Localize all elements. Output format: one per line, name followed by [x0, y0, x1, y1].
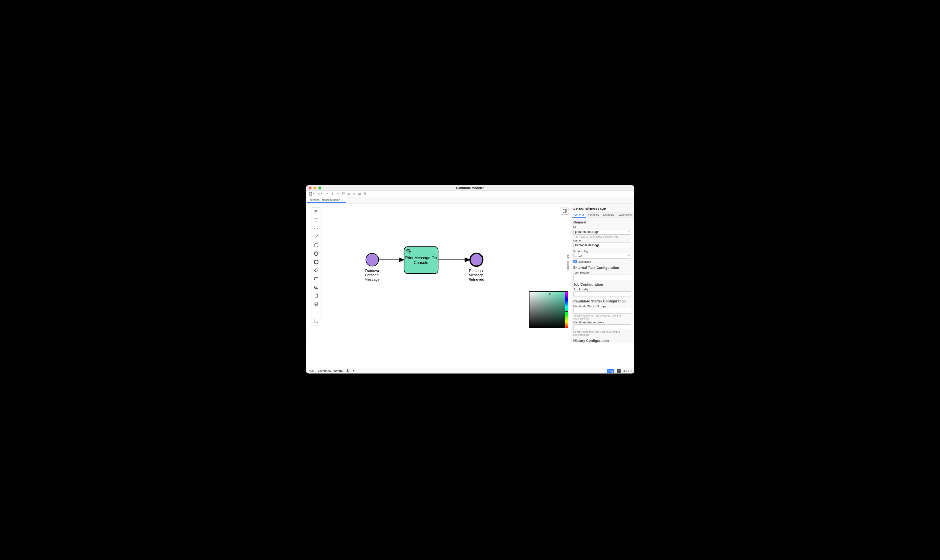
svg-rect-0	[310, 192, 311, 195]
message-icon[interactable]: !	[617, 369, 621, 373]
svg-rect-9	[337, 193, 339, 194]
statusbar: XML Camunda Platform Log ! 4.11.0	[306, 368, 634, 374]
svg-rect-19	[354, 194, 355, 195]
label-name: Name	[573, 239, 631, 242]
color-field-cursor[interactable]	[549, 293, 551, 295]
file-tabstrip: personal_message.bpmn ○	[306, 197, 634, 203]
svg-rect-4	[326, 194, 327, 195]
statusbar-log-button[interactable]: Log	[607, 369, 615, 373]
align-left-button[interactable]	[324, 191, 330, 197]
distribute-v-button[interactable]	[362, 191, 368, 197]
clear-icon[interactable]: ✕	[627, 254, 630, 257]
start-event-label: Retrieve Personal Message	[362, 268, 382, 282]
section-job: Job Configuration	[573, 283, 631, 286]
titlebar: Camunda Modeler	[306, 185, 634, 191]
file-tab-label: personal_message.bpmn	[310, 198, 341, 201]
align-center-h-button[interactable]	[330, 191, 335, 197]
input-name[interactable]: Personal Message	[573, 243, 631, 248]
statusbar-version: 4.11.0	[623, 369, 632, 373]
section-external: External Task Configuration	[573, 266, 631, 270]
svg-rect-3	[326, 193, 328, 194]
canvas[interactable]: Properties Panel	[307, 203, 570, 343]
input-version[interactable]	[573, 253, 631, 258]
label-executable: Executable	[578, 260, 591, 263]
window-close-button[interactable]	[308, 186, 311, 189]
properties-tabs: General Variables Listeners Extensions	[571, 212, 634, 218]
tab-extensions[interactable]: Extensions	[616, 212, 633, 218]
svg-rect-25	[364, 195, 366, 195]
statusbar-platform[interactable]: Camunda Platform	[318, 369, 343, 373]
checkbox-executable-row[interactable]: Executable	[573, 260, 631, 263]
color-field[interactable]	[530, 292, 565, 328]
task-label: Print Message On Console	[405, 255, 437, 265]
label-version: Version Tag	[573, 250, 631, 252]
input-starter-groups[interactable]	[573, 308, 631, 314]
svg-rect-22	[361, 193, 361, 195]
download-icon[interactable]	[346, 369, 349, 373]
section-history: History Configuration	[573, 339, 631, 343]
new-file-button[interactable]	[308, 191, 313, 197]
align-bottom-button[interactable]	[351, 191, 357, 197]
svg-rect-13	[344, 193, 344, 194]
properties-panel: personal-message General Variables Liste…	[571, 203, 634, 343]
svg-rect-18	[353, 194, 354, 195]
hue-slider-thumb[interactable]	[565, 311, 568, 312]
start-event[interactable]	[366, 253, 379, 266]
align-top-button[interactable]	[341, 191, 346, 197]
distribute-h-button[interactable]	[357, 191, 362, 197]
app-window: Camunda Modeler ▾ ▾ personal_message.bpm…	[306, 185, 634, 374]
section-general: General	[573, 220, 631, 224]
help-starter-groups: Specify more than one group as a comma s…	[573, 314, 631, 320]
new-file-dropdown-icon[interactable]: ▾	[313, 193, 314, 195]
svg-rect-21	[359, 193, 360, 195]
file-tab[interactable]: personal_message.bpmn ○	[307, 197, 346, 203]
deploy-button[interactable]	[316, 191, 322, 197]
hue-slider[interactable]	[565, 292, 568, 328]
end-event[interactable]	[470, 253, 483, 266]
checkbox-executable[interactable]	[573, 260, 576, 263]
label-starter-groups: Candidate Starter Groups	[573, 305, 631, 308]
bottom-spacer	[306, 343, 634, 368]
window-title: Camunda Modeler	[306, 186, 634, 190]
clear-icon[interactable]: ✕	[627, 230, 630, 233]
svg-rect-20	[358, 193, 359, 195]
label-task-priority: Task Priority	[573, 271, 631, 274]
play-icon[interactable]	[353, 369, 355, 373]
svg-rect-10	[338, 194, 339, 195]
align-right-button[interactable]	[335, 191, 341, 197]
input-task-priority[interactable]	[573, 275, 631, 280]
svg-rect-24	[364, 194, 366, 194]
input-job-priority[interactable]	[573, 291, 631, 297]
end-event-label: Personal Message Retrieved	[467, 268, 486, 282]
deploy-dropdown-icon[interactable]: ▾	[321, 193, 322, 195]
section-candidate: Candidate Starter Configuration	[573, 299, 631, 303]
close-icon[interactable]: ○	[342, 198, 344, 202]
properties-title: personal-message	[571, 204, 634, 212]
tab-general[interactable]: General	[572, 212, 586, 218]
input-starter-users[interactable]	[573, 325, 631, 330]
svg-rect-12	[342, 193, 343, 194]
input-id[interactable]	[573, 229, 631, 235]
tab-listeners[interactable]: Listeners	[601, 212, 616, 218]
svg-point-1	[319, 193, 319, 193]
align-center-v-button[interactable]	[346, 191, 351, 197]
toolbar: ▾ ▾	[306, 191, 634, 197]
svg-rect-23	[364, 193, 366, 193]
window-zoom-button[interactable]	[319, 186, 321, 189]
label-starter-users: Candidate Starter Users	[573, 321, 631, 324]
label-id: Id	[573, 226, 631, 229]
color-picker[interactable]	[529, 291, 568, 328]
help-id: This maps to the process definition key.	[573, 235, 631, 238]
statusbar-xml[interactable]: XML	[308, 369, 315, 373]
tab-variables[interactable]: Variables	[586, 212, 601, 218]
window-minimize-button[interactable]	[313, 186, 316, 189]
label-job-priority: Job Priority	[573, 288, 631, 291]
help-starter-users: Specify more than one user as a comma se…	[573, 330, 631, 336]
